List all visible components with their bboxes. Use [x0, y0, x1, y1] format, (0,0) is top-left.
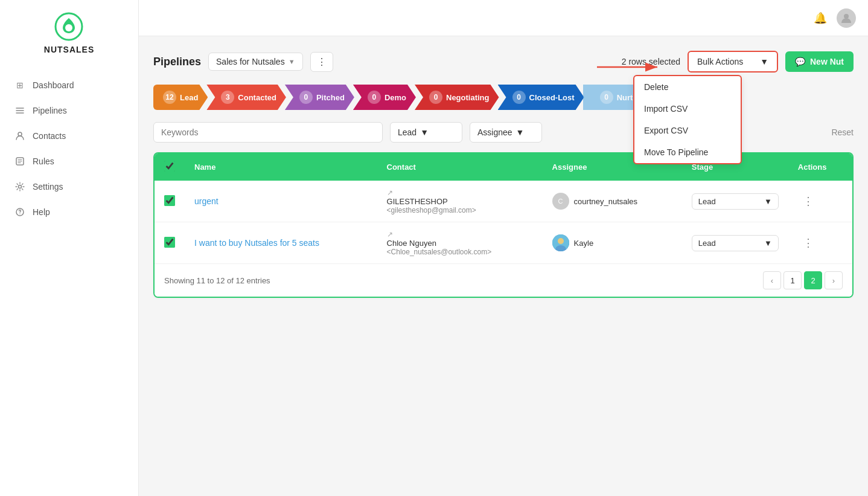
notification-bell-icon[interactable]: 🔔 — [814, 11, 827, 25]
pagination-info: Showing 11 to 12 of 12 entries — [164, 276, 270, 285]
topbar: 🔔 — [139, 0, 868, 36]
row2-stage-dropdown[interactable]: Lead ▼ — [692, 235, 779, 251]
assignee-filter[interactable]: Assignee ▼ — [470, 122, 542, 143]
leads-table-container: Name Contact Assignee Stage Actions — [153, 152, 854, 298]
row2-assignee-avatar — [552, 234, 569, 251]
dropdown-item-move-to-pipeline[interactable]: Move To Pipeline — [634, 141, 741, 163]
stage-nurturing-count: 0 — [600, 91, 613, 104]
page-2-button[interactable]: 2 — [804, 271, 822, 289]
row1-stage-dropdown[interactable]: Lead ▼ — [692, 193, 779, 210]
page-1-button[interactable]: 1 — [783, 271, 802, 289]
row2-stage-value: Lead — [698, 239, 716, 248]
bulk-actions-button[interactable]: Bulk Actions ▼ — [688, 51, 778, 72]
row2-checkbox[interactable] — [164, 237, 175, 248]
new-nut-button[interactable]: 💬 New Nut — [785, 51, 854, 72]
stage-contacted[interactable]: 3 Contacted — [206, 85, 286, 110]
row1-name-cell: urgent — [185, 181, 377, 222]
sidebar-item-label-dashboard: Dashboard — [33, 80, 74, 90]
stage-closed-lost[interactable]: 0 Closed-Lost — [498, 85, 584, 110]
sidebar-item-dashboard[interactable]: ⊞ Dashboard — [0, 72, 138, 98]
dropdown-item-delete[interactable]: Delete — [634, 76, 741, 98]
keyword-input[interactable] — [153, 122, 383, 143]
stage-demo[interactable]: 0 Demo — [353, 85, 416, 110]
logo-icon — [54, 12, 83, 41]
pipeline-selector[interactable]: Sales for Nutsales ▼ — [208, 53, 303, 71]
pipeline-name: Sales for Nutsales — [216, 57, 285, 66]
external-link-icon[interactable]: ↗ — [387, 188, 393, 197]
contacts-icon — [14, 130, 25, 141]
pipeline-stages: 12 Lead 3 Contacted 0 Pitched 0 Demo 0 N… — [153, 85, 854, 110]
help-icon — [14, 207, 25, 217]
row2-actions-button[interactable]: ⋮ — [798, 234, 819, 252]
page-title: Pipelines — [153, 56, 201, 68]
col-name: Name — [185, 153, 377, 181]
sidebar-item-settings[interactable]: Settings — [0, 174, 138, 199]
stage-filter[interactable]: Lead ▼ — [390, 122, 462, 143]
pagination-row: Showing 11 to 12 of 12 entries ‹ 1 2 › — [155, 263, 852, 297]
main-content: 🔔 Pipelines Sales for Nutsales ▼ ⋮ — [139, 0, 868, 496]
sidebar-item-label-help: Help — [33, 207, 50, 217]
stage-demo-label: Demo — [385, 93, 406, 102]
row1-actions-button[interactable]: ⋮ — [798, 192, 819, 210]
svg-point-2 — [18, 132, 22, 136]
row2-checkbox-cell — [155, 222, 185, 264]
next-page-button[interactable]: › — [825, 271, 843, 289]
sidebar-item-rules[interactable]: Rules — [0, 149, 138, 174]
stage-negotiating[interactable]: 0 Negotiating — [415, 85, 499, 110]
select-all-checkbox[interactable] — [164, 161, 175, 172]
external-link-icon[interactable]: ↗ — [387, 230, 393, 239]
dropdown-item-export-csv[interactable]: Export CSV — [634, 120, 741, 141]
stage-pitched[interactable]: 0 Pitched — [285, 85, 354, 110]
row2-stage-cell: Lead ▼ — [682, 222, 788, 264]
row2-contact-email: <Chloe_nutsales@outlook.com> — [387, 248, 533, 256]
pagination-controls: ‹ 1 2 › — [763, 271, 843, 289]
row1-assignee-avatar: C — [552, 193, 569, 210]
sidebar-item-contacts[interactable]: Contacts — [0, 123, 138, 149]
logo-area: NUTSALES — [44, 12, 94, 54]
col-select-all — [155, 153, 185, 181]
svg-point-6 — [19, 213, 20, 214]
row2-name-link[interactable]: I want to buy Nutsales for 5 seats — [194, 238, 319, 248]
stage-negotiating-label: Negotiating — [446, 93, 490, 102]
row1-checkbox[interactable] — [164, 195, 175, 206]
reset-link[interactable]: Reset — [831, 127, 854, 137]
sidebar-item-label-rules: Rules — [33, 156, 54, 166]
row2-contact-name: Chloe Nguyen — [387, 239, 533, 248]
prev-page-button[interactable]: ‹ — [763, 271, 781, 289]
table-body: urgent ↗ GILESTHESHOP <gilestheshop@gmai… — [155, 181, 852, 263]
row1-assignee-name: courtney_nutsales — [574, 197, 638, 206]
svg-point-7 — [844, 14, 849, 19]
row1-stage-value: Lead — [698, 197, 716, 206]
row1-name-link[interactable]: urgent — [194, 196, 219, 206]
sidebar-item-label-contacts: Contacts — [33, 131, 66, 141]
row1-contact-name: GILESTHESHOP — [387, 197, 533, 206]
stage-lead[interactable]: 12 Lead — [153, 85, 208, 110]
sidebar-item-label-settings: Settings — [33, 182, 63, 192]
rows-selected-text: 2 rows selected — [622, 57, 680, 66]
row1-checkbox-cell — [155, 181, 185, 222]
chevron-down-icon: ▼ — [764, 239, 772, 248]
bulk-actions-dropdown: Delete Import CSV Export CSV Move To Pip… — [633, 75, 742, 164]
row1-assignee-cell: C courtney_nutsales — [543, 181, 682, 222]
stage-pitched-label: Pitched — [316, 93, 345, 102]
more-options-button[interactable]: ⋮ — [310, 52, 333, 72]
chevron-down-icon: ▼ — [764, 197, 772, 206]
row1-contact-email: <gilestheshop@gmail.com> — [387, 206, 533, 214]
sidebar-item-pipelines[interactable]: Pipelines — [0, 98, 138, 123]
table-row: urgent ↗ GILESTHESHOP <gilestheshop@gmai… — [155, 181, 852, 222]
dashboard-icon: ⊞ — [14, 80, 25, 91]
col-contact: Contact — [377, 153, 543, 181]
sidebar-item-help[interactable]: Help — [0, 199, 138, 225]
row2-name-cell: I want to buy Nutsales for 5 seats — [185, 222, 377, 264]
dropdown-item-import-csv[interactable]: Import CSV — [634, 98, 741, 120]
page-header: Pipelines Sales for Nutsales ▼ ⋮ — [153, 51, 854, 72]
sidebar-item-label-pipelines: Pipelines — [33, 106, 67, 115]
filters-row: Lead ▼ Assignee ▼ Reset — [153, 122, 854, 143]
bulk-actions-label: Bulk Actions — [697, 57, 743, 66]
chevron-down-icon: ▼ — [516, 127, 525, 137]
row1-contact-cell: ↗ GILESTHESHOP <gilestheshop@gmail.com> — [377, 181, 543, 222]
stage-closed-lost-count: 0 — [512, 91, 526, 104]
nav-menu: ⊞ Dashboard Pipelines Contacts Rules S — [0, 72, 138, 225]
user-avatar[interactable] — [837, 8, 856, 28]
stage-filter-value: Lead — [398, 127, 416, 137]
